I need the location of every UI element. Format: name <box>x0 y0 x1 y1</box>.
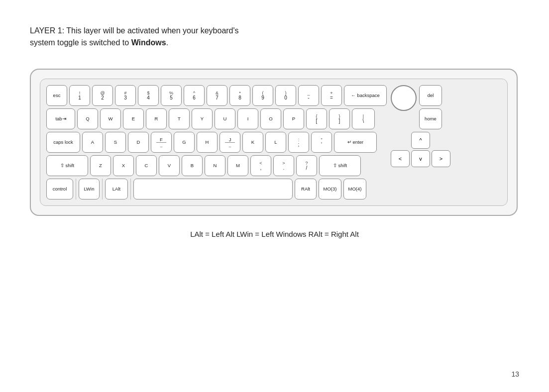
key-slash[interactable]: ?/ <box>296 155 317 176</box>
key-6[interactable]: ^6 <box>184 85 205 106</box>
key-5[interactable]: %5 <box>161 85 182 106</box>
key-4[interactable]: $4 <box>138 85 159 106</box>
key-down[interactable]: v <box>411 150 430 167</box>
key-comma[interactable]: <, <box>250 155 271 176</box>
key-quote[interactable]: "' <box>311 132 332 153</box>
keyboard-inner: esc !1 @2 #3 $4 %5 ^6 &7 *8 (9 )0 _- += … <box>40 79 508 206</box>
key-enter[interactable]: ↵ enter <box>334 132 377 153</box>
key-9[interactable]: (9 <box>252 85 273 106</box>
right-top: del home <box>391 85 450 129</box>
key-i[interactable]: I <box>237 108 258 129</box>
key-u[interactable]: U <box>215 108 235 129</box>
key-lalt[interactable]: LAlt <box>105 179 128 199</box>
key-capslock[interactable]: caps lock <box>46 132 80 153</box>
key-equals[interactable]: += <box>321 85 342 106</box>
key-o[interactable]: O <box>260 108 281 129</box>
key-space[interactable] <box>133 179 293 199</box>
key-tab[interactable]: tab⇥ <box>46 108 75 129</box>
right-cluster: del home ^ < v > <box>391 85 450 199</box>
row-qwerty: tab⇥ Q W E R T Y U I O P {[ }] |\ <box>46 108 387 129</box>
title-line2: system toggle is switched to <box>30 38 131 47</box>
key-rbracket[interactable]: }] <box>329 108 350 129</box>
key-a[interactable]: A <box>82 132 103 153</box>
separator1 <box>76 179 76 199</box>
nav-cluster: ^ < v > <box>391 132 450 167</box>
key-8[interactable]: *8 <box>229 85 250 106</box>
nav-bottom-row: < v > <box>391 150 450 167</box>
key-x[interactable]: X <box>113 155 134 176</box>
key-2[interactable]: @2 <box>92 85 113 106</box>
key-b[interactable]: B <box>182 155 203 176</box>
key-j[interactable]: J_ <box>220 132 240 153</box>
rotary-knob[interactable] <box>391 85 417 111</box>
key-m[interactable]: M <box>227 155 248 176</box>
right-col: del home <box>419 85 442 129</box>
key-r[interactable]: R <box>146 108 167 129</box>
row-zxcv: ⇧ shift Z X C V B N M <, >. ?/ ⇧ shift <box>46 155 387 176</box>
keyboard-main: esc !1 @2 #3 $4 %5 ^6 &7 *8 (9 )0 _- += … <box>46 85 387 199</box>
key-ralt[interactable]: RAlt <box>295 179 317 199</box>
key-e[interactable]: E <box>123 108 144 129</box>
key-w[interactable]: W <box>100 108 121 129</box>
key-3[interactable]: #3 <box>115 85 136 106</box>
separator2 <box>102 179 103 199</box>
key-del[interactable]: del <box>419 85 442 106</box>
key-lbracket[interactable]: {[ <box>306 108 327 129</box>
key-s[interactable]: S <box>105 132 126 153</box>
key-v[interactable]: V <box>159 155 180 176</box>
page-number: 13 <box>511 370 519 378</box>
key-right[interactable]: > <box>432 150 450 167</box>
key-mo4[interactable]: MO(4) <box>343 179 366 199</box>
key-shift-right[interactable]: ⇧ shift <box>319 155 361 176</box>
page-content: LAYER 1: This layer will be activated wh… <box>0 0 549 253</box>
key-shift-left[interactable]: ⇧ shift <box>46 155 88 176</box>
key-0[interactable]: )0 <box>275 85 296 106</box>
key-h[interactable]: H <box>197 132 218 153</box>
key-y[interactable]: Y <box>192 108 213 129</box>
row-number: esc !1 @2 #3 $4 %5 ^6 &7 *8 (9 )0 _- += … <box>46 85 387 106</box>
key-esc[interactable]: esc <box>46 85 67 106</box>
key-l[interactable]: L <box>265 132 286 153</box>
key-d[interactable]: D <box>128 132 149 153</box>
keyboard-wrapper: esc !1 @2 #3 $4 %5 ^6 &7 *8 (9 )0 _- += … <box>30 69 518 216</box>
key-z[interactable]: Z <box>90 155 111 176</box>
row-asdf: caps lock A S D F_ G H J_ K L :; "' ↵ en… <box>46 132 387 153</box>
key-backslash[interactable]: |\ <box>352 108 375 129</box>
key-p[interactable]: P <box>283 108 304 129</box>
key-home[interactable]: home <box>419 108 442 129</box>
title: LAYER 1: This layer will be activated wh… <box>30 25 519 49</box>
key-up[interactable]: ^ <box>411 132 430 149</box>
row-bottom: control LWin LAlt RAlt MO(3) MO(4) <box>46 179 387 199</box>
key-c[interactable]: C <box>136 155 157 176</box>
key-n[interactable]: N <box>205 155 225 176</box>
separator3 <box>130 179 131 199</box>
title-line1: LAYER 1: This layer will be activated wh… <box>30 26 239 35</box>
key-t[interactable]: T <box>169 108 190 129</box>
key-left[interactable]: < <box>391 150 410 167</box>
key-k[interactable]: K <box>242 132 263 153</box>
key-1[interactable]: !1 <box>69 85 90 106</box>
key-g[interactable]: G <box>174 132 195 153</box>
key-mo3[interactable]: MO(3) <box>319 179 341 199</box>
nav-top-row: ^ <box>391 132 450 149</box>
key-backspace[interactable]: ← backspace <box>344 85 387 106</box>
key-f[interactable]: F_ <box>151 132 172 153</box>
key-period[interactable]: >. <box>273 155 294 176</box>
key-lwin[interactable]: LWin <box>79 179 100 199</box>
key-7[interactable]: &7 <box>207 85 227 106</box>
title-end: . <box>166 38 168 47</box>
caption: LAlt = Left Alt LWin = Left Windows RAlt… <box>30 230 519 238</box>
key-control[interactable]: control <box>46 179 73 199</box>
key-q[interactable]: Q <box>77 108 98 129</box>
key-semicolon[interactable]: :; <box>288 132 309 153</box>
title-bold: Windows <box>131 38 166 47</box>
key-minus[interactable]: _- <box>298 85 319 106</box>
